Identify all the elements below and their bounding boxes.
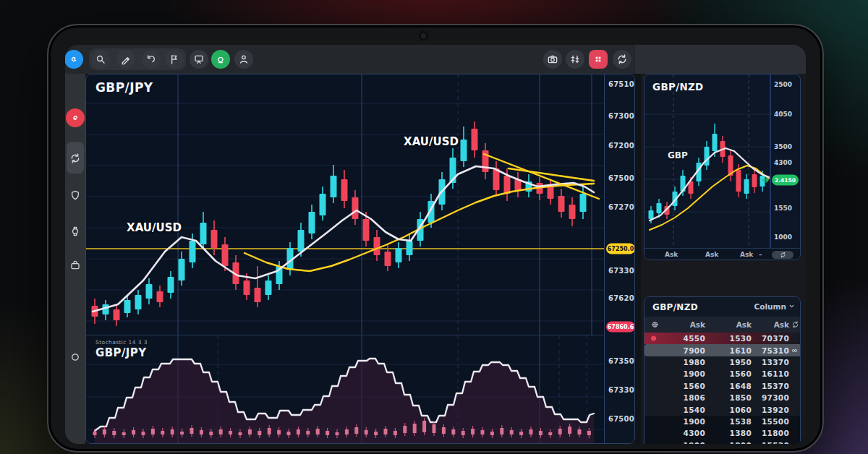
table-cell: 15500 bbox=[762, 417, 789, 426]
mini-footer-toggle[interactable] bbox=[772, 251, 793, 259]
draw-tool-button[interactable] bbox=[116, 50, 135, 69]
chart-layout-button[interactable] bbox=[190, 50, 208, 69]
table-cell: 1900 bbox=[684, 369, 705, 378]
table-cell: 70370 bbox=[762, 334, 789, 343]
axis-price-label: 67200 bbox=[608, 142, 634, 150]
table-cell: 15530 bbox=[762, 441, 789, 444]
quotes-table-card: GBP/NZD Column AskAskAsk 455015307037079… bbox=[644, 296, 801, 444]
column-header: Ask bbox=[736, 320, 752, 329]
main-symbol: GBP/JPY bbox=[95, 80, 153, 95]
table-cell: 1800 bbox=[730, 441, 752, 444]
table-cell: 7900 bbox=[684, 346, 705, 355]
axis-price-label: 67500 bbox=[608, 174, 634, 182]
mini-axis-label: 4300 bbox=[774, 159, 792, 166]
profile-button[interactable] bbox=[234, 50, 253, 69]
mini-axis-label: 2500 bbox=[774, 81, 792, 88]
sidebar-item-history[interactable] bbox=[66, 348, 85, 367]
sidebar-item-portfolio[interactable] bbox=[66, 256, 85, 275]
table-row[interactable]: 1806185097300 bbox=[644, 392, 801, 403]
record-icon bbox=[592, 53, 604, 65]
axis-price-label: 67620 bbox=[608, 294, 634, 302]
table-row[interactable]: 1540106013920 bbox=[644, 403, 801, 415]
axis-price-label: 67300 bbox=[608, 112, 634, 120]
table-cell: 1806 bbox=[684, 393, 705, 402]
mini-footer-label: Ask bbox=[665, 251, 678, 258]
refresh-button[interactable] bbox=[613, 50, 631, 69]
table-cell: 1980 bbox=[684, 358, 705, 367]
table-cell: 1560 bbox=[730, 369, 752, 378]
globe-icon bbox=[651, 321, 659, 329]
tablet-frame: GBP/JPY XAU/USDXAU/USD Stochastic 14 3 3… bbox=[47, 24, 824, 453]
record-button[interactable] bbox=[589, 50, 608, 69]
mini-axis-label: 1550 bbox=[774, 205, 792, 212]
undo-button[interactable] bbox=[142, 50, 161, 69]
table-row[interactable]: 1980195013370 bbox=[644, 356, 801, 368]
right-panel: GBP/NZD GBP 2500405035004300155010002.41… bbox=[641, 74, 806, 444]
mini-footer-label: Ask bbox=[740, 251, 753, 258]
user-icon bbox=[238, 53, 250, 65]
axis-price-label: 67330 bbox=[608, 386, 634, 394]
table-cell: 75310 bbox=[762, 346, 789, 355]
search-icon bbox=[95, 53, 106, 65]
sidebar-item-sync[interactable] bbox=[66, 149, 85, 168]
link-icon bbox=[791, 346, 799, 354]
table-cell: 11800 bbox=[762, 429, 789, 437]
table-row[interactable]: 1560164815370 bbox=[644, 380, 801, 392]
table-row[interactable]: 1900153815500 bbox=[644, 416, 801, 427]
table-row[interactable]: 1900156016110 bbox=[644, 368, 801, 380]
refresh-icon bbox=[791, 321, 799, 329]
column-dropdown[interactable]: Column bbox=[754, 302, 795, 311]
table-row[interactable]: 4550153070370 bbox=[644, 333, 801, 344]
current-price-badge-yellow: 67250.0 bbox=[606, 244, 635, 254]
signal-icon bbox=[569, 53, 581, 65]
mini-chart-footer: AskAskAsk– bbox=[644, 248, 801, 260]
table-cell: 1380 bbox=[730, 429, 752, 437]
table-row[interactable]: 1900180015530 bbox=[644, 440, 801, 444]
axis-price-label: 67510 bbox=[608, 80, 634, 88]
deposit-button[interactable] bbox=[211, 50, 230, 69]
board-icon bbox=[193, 53, 205, 65]
mini-price-badge: 2.4150 bbox=[772, 175, 799, 186]
mini-symbol: GBP/NZD bbox=[652, 81, 704, 93]
app-switcher-button[interactable] bbox=[65, 50, 83, 69]
mini-axis-label: 4050 bbox=[774, 111, 792, 118]
coin-icon bbox=[215, 53, 226, 65]
current-price-badge-red: 67860.6 bbox=[606, 322, 635, 333]
mini-footer-label: Ask bbox=[705, 251, 718, 258]
main-candlestick-chart[interactable] bbox=[86, 74, 604, 335]
indicators-button[interactable] bbox=[566, 50, 584, 69]
brand-logo[interactable] bbox=[66, 108, 85, 127]
table-row[interactable]: 4300138011800 bbox=[644, 427, 801, 439]
snapshot-button[interactable] bbox=[543, 50, 562, 69]
flag-tool-button[interactable] bbox=[165, 50, 184, 69]
table-cell: 1900 bbox=[684, 441, 705, 444]
sidebar-item-watchlist[interactable] bbox=[66, 222, 85, 241]
table-row[interactable]: 7900161075310 bbox=[644, 344, 801, 356]
left-sidebar bbox=[65, 74, 85, 444]
table-cell: 1850 bbox=[730, 393, 752, 402]
shield-icon bbox=[69, 189, 81, 201]
table-cell: 1560 bbox=[684, 382, 705, 390]
sub-symbol: GBP/JPY bbox=[95, 346, 146, 359]
sidebar-item-security[interactable] bbox=[66, 186, 85, 205]
axis-price-label: 67330 bbox=[608, 267, 634, 275]
table-cell: 16110 bbox=[762, 369, 789, 378]
table-cell: 13370 bbox=[762, 358, 789, 367]
mini-axis-label: 3500 bbox=[774, 143, 792, 150]
bag-icon bbox=[69, 260, 81, 271]
table-cell: 1950 bbox=[730, 358, 752, 367]
table-cell: 1610 bbox=[730, 346, 752, 355]
table-cell: 1060 bbox=[730, 406, 752, 414]
sub-chart[interactable] bbox=[86, 335, 604, 444]
pencil-icon bbox=[120, 53, 132, 65]
column-header: Ask bbox=[774, 320, 789, 329]
table-header: GBP/NZD Column bbox=[644, 297, 801, 317]
table-column-headers: AskAskAsk bbox=[644, 317, 801, 333]
search-tool-button[interactable] bbox=[91, 50, 110, 69]
axis-price-label: 67350 bbox=[608, 357, 634, 365]
logo-icon bbox=[68, 53, 80, 65]
chart-annotation: XAU/USD bbox=[404, 135, 459, 148]
mini-axis-label: 1000 bbox=[774, 234, 792, 241]
sync-icon bbox=[69, 153, 81, 164]
price-axis[interactable]: 6751067300672006750067270673306762067350… bbox=[604, 74, 635, 444]
